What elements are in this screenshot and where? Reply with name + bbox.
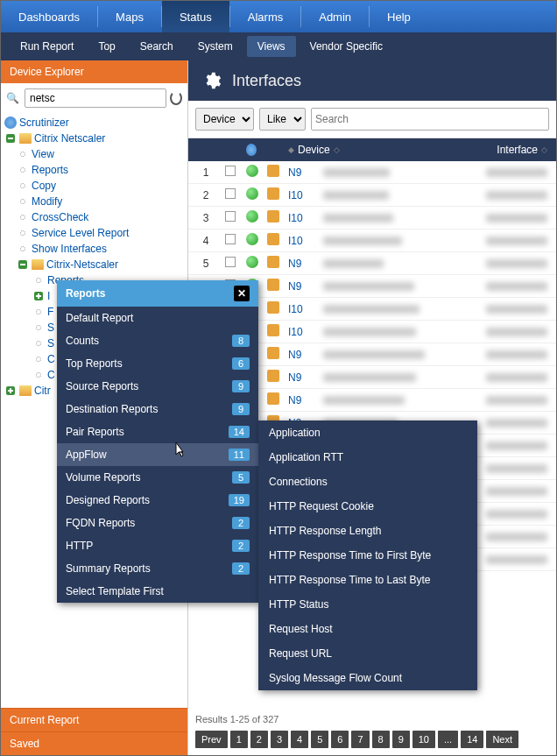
topnav-maps[interactable]: Maps <box>98 1 161 32</box>
page-button[interactable]: Next <box>486 731 518 748</box>
collapse-icon[interactable] <box>6 134 15 143</box>
table-row[interactable]: 4I10 <box>188 230 556 252</box>
device-link[interactable]: I10 <box>283 303 318 315</box>
expand-icon[interactable] <box>6 386 15 395</box>
current-report-bar[interactable]: Current Report <box>1 708 187 731</box>
popup-item[interactable]: Select Template First <box>57 580 258 603</box>
collapse-icon[interactable] <box>18 260 27 269</box>
tree-item[interactable]: Reports <box>1 162 187 178</box>
device-link[interactable]: I10 <box>283 235 318 247</box>
popup-item[interactable]: Counts8 <box>57 329 258 352</box>
device-link[interactable]: N9 <box>283 371 318 384</box>
subnav-views[interactable]: Views <box>247 36 296 57</box>
submenu-item[interactable]: HTTP Request Cookie <box>258 494 477 519</box>
popup-item[interactable]: Summary Reports2 <box>57 557 258 580</box>
popup-item[interactable]: Top Reports6 <box>57 352 258 375</box>
submenu-item[interactable]: Request URL <box>258 641 477 666</box>
popup-item[interactable]: Destination Reports9 <box>57 398 258 420</box>
page-button[interactable]: 9 <box>392 731 410 748</box>
table-row[interactable]: 1N9 <box>188 161 556 184</box>
popup-item[interactable]: FQDN Reports2 <box>57 512 258 534</box>
popup-item[interactable]: Source Reports9 <box>57 375 258 398</box>
submenu-item[interactable]: HTTP Status <box>258 592 477 617</box>
results-count: Results 1-25 of 327 <box>195 714 549 728</box>
submenu-item[interactable]: Application <box>258 420 477 445</box>
page-button[interactable]: 6 <box>331 731 349 748</box>
popup-item[interactable]: Designed Reports19 <box>57 489 258 512</box>
page-button[interactable]: 3 <box>271 731 288 748</box>
device-link[interactable]: I10 <box>283 189 318 201</box>
row-checkbox[interactable] <box>225 166 236 176</box>
tree-root[interactable]: Scrutinizer <box>1 115 187 131</box>
interface-column[interactable]: Interface◇ <box>456 144 553 156</box>
refresh-icon[interactable] <box>170 91 182 105</box>
submenu-item[interactable]: HTTP Response Time to Last Byte <box>258 568 477 592</box>
submenu-item[interactable]: Request Host <box>258 617 477 641</box>
submenu-item[interactable]: Syslog Message Flow Count <box>258 666 477 690</box>
table-row[interactable]: 5N9 <box>188 252 556 275</box>
subnav-system[interactable]: System <box>187 36 243 57</box>
filter-search-input[interactable] <box>311 108 549 131</box>
page-button[interactable]: 10 <box>412 731 435 748</box>
row-checkbox[interactable] <box>225 234 236 244</box>
device-link[interactable]: N9 <box>283 394 318 406</box>
row-checkbox[interactable] <box>225 188 236 199</box>
filter-field-select[interactable]: Device <box>195 108 254 131</box>
topnav-status[interactable]: Status <box>162 1 229 32</box>
table-row[interactable]: 2I10 <box>188 184 556 207</box>
submenu-item[interactable]: HTTP Response Length <box>258 519 477 543</box>
page-button[interactable]: 1 <box>230 731 248 748</box>
page-button[interactable]: 8 <box>372 731 390 748</box>
device-column[interactable]: ◆Device◇ <box>283 144 456 156</box>
tree-item[interactable]: CrossCheck <box>1 209 187 225</box>
tree-item[interactable]: Copy <box>1 178 187 194</box>
page-button[interactable]: Prev <box>195 731 228 748</box>
expand-icon[interactable] <box>34 292 43 300</box>
subnav-vendor-specific[interactable]: Vendor Specific <box>300 36 393 57</box>
popup-item[interactable]: HTTP2 <box>57 534 258 557</box>
sidebar-header: Device Explorer <box>1 60 187 83</box>
submenu-item[interactable]: Connections <box>258 470 477 494</box>
device-link[interactable]: N9 <box>283 349 318 361</box>
device-link[interactable]: N9 <box>283 166 318 179</box>
filter-op-select[interactable]: Like <box>259 108 306 131</box>
device-link[interactable]: N9 <box>283 280 318 293</box>
page-button[interactable]: 7 <box>351 731 369 748</box>
page-button[interactable]: 5 <box>311 731 328 748</box>
search-input[interactable] <box>25 88 166 108</box>
popup-item[interactable]: Volume Reports5 <box>57 466 258 489</box>
submenu-item[interactable]: HTTP Response Time to First Byte <box>258 543 477 568</box>
page-button[interactable]: ... <box>438 731 458 748</box>
tree-item[interactable]: Service Level Report <box>1 225 187 241</box>
popup-item[interactable]: AppFlow11 <box>57 443 258 466</box>
page-button[interactable]: 4 <box>291 731 308 748</box>
tree-group[interactable]: Citrix Netscaler <box>1 131 187 146</box>
table-row[interactable]: 3I10 <box>188 207 556 230</box>
row-checkbox[interactable] <box>225 257 236 267</box>
page-button[interactable]: 2 <box>250 731 268 748</box>
topnav-admin[interactable]: Admin <box>301 1 369 32</box>
gear-icon[interactable] <box>202 71 222 90</box>
tree-subgroup[interactable]: Citrix-Netscaler <box>1 257 187 272</box>
subnav-search[interactable]: Search <box>130 36 184 57</box>
page-button[interactable]: 14 <box>461 731 483 748</box>
submenu-item[interactable]: Application RTT <box>258 445 477 470</box>
close-icon[interactable]: ✕ <box>234 286 250 301</box>
saved-bar[interactable]: Saved <box>1 731 187 755</box>
subnav-top[interactable]: Top <box>88 36 125 57</box>
popup-item[interactable]: Default Report <box>57 307 258 329</box>
device-link[interactable]: I10 <box>283 212 318 224</box>
topnav-dashboards[interactable]: Dashboards <box>1 1 97 32</box>
topnav-alarms[interactable]: Alarms <box>230 1 300 32</box>
tree-item[interactable]: Modify <box>1 194 187 209</box>
row-checkbox[interactable] <box>225 211 236 222</box>
subnav-run-report[interactable]: Run Report <box>10 36 84 57</box>
topnav-help[interactable]: Help <box>370 1 428 32</box>
popup-item[interactable]: Pair Reports14 <box>57 420 258 443</box>
tree-item[interactable]: View <box>1 146 187 162</box>
device-link[interactable]: I10 <box>283 326 318 338</box>
device-link[interactable]: N9 <box>283 258 318 270</box>
page-title: Interfaces <box>232 72 301 90</box>
tree-label: S <box>47 337 54 350</box>
tree-item[interactable]: Show Interfaces <box>1 241 187 257</box>
